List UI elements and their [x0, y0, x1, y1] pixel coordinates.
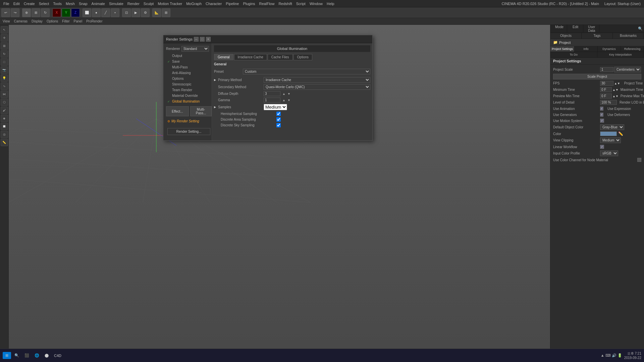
subtab-info[interactable]: Info: [575, 46, 598, 52]
color-swatch[interactable]: [600, 131, 617, 136]
scale-input[interactable]: [600, 67, 613, 72]
taskbar-chrome[interactable]: ⬤: [43, 353, 51, 358]
gamma-up-arrow[interactable]: ▲: [282, 99, 285, 102]
tb-scale[interactable]: ⊞: [32, 8, 40, 17]
tab-user-data[interactable]: User Data: [584, 24, 599, 33]
viewport[interactable]: Perspective: [9, 25, 550, 362]
default-obj-select[interactable]: Gray-Blue White Custom: [600, 124, 624, 130]
tb-y-axis[interactable]: Y: [62, 8, 70, 17]
scale-project-btn[interactable]: Scale Project: [553, 74, 641, 79]
sidebar-output[interactable]: Output: [163, 53, 212, 59]
discrete-sky-checkbox[interactable]: [276, 123, 281, 127]
lt-measure[interactable]: 📏: [1, 139, 8, 146]
view-tab-panel[interactable]: Panel: [74, 19, 83, 23]
lt-scale2[interactable]: ⊞: [1, 42, 8, 50]
tb-interactive-render[interactable]: ⚙: [141, 8, 150, 17]
multi-pass-btn[interactable]: Multi-Pass...: [190, 106, 212, 116]
min-time-spinner[interactable]: ▲▼: [612, 88, 619, 92]
lt-paint[interactable]: 🖌: [1, 107, 8, 114]
sidebar-material-override[interactable]: Material Override: [163, 93, 212, 99]
taskbar-c4d[interactable]: C4D: [52, 353, 63, 358]
lt-sculpt2[interactable]: ◎: [1, 131, 8, 138]
linear-workflow-checkbox[interactable]: [600, 145, 604, 149]
lt-nurbs[interactable]: ⋈: [1, 90, 8, 98]
search-btn[interactable]: 🔍: [12, 352, 21, 359]
view-tab-view[interactable]: View: [3, 19, 10, 23]
lt-light[interactable]: 💡: [1, 74, 8, 82]
tab-mode[interactable]: Mode: [552, 24, 567, 33]
min-time-input[interactable]: [600, 87, 612, 92]
tb-obj[interactable]: ⬜: [83, 8, 91, 17]
menu-item-animate[interactable]: Animate: [90, 2, 107, 6]
scale-unit-select[interactable]: Centimeters Meters Inches: [614, 67, 641, 72]
menu-item-window[interactable]: Window: [308, 2, 325, 6]
tab-edit[interactable]: Edit: [568, 24, 583, 33]
subtab-project-settings[interactable]: Project Settings: [550, 46, 575, 52]
menu-item-create[interactable]: Create: [22, 2, 37, 6]
fps-input[interactable]: [600, 81, 613, 86]
samples-select[interactable]: Medium Low High Custom: [264, 104, 287, 110]
tb-rotate[interactable]: ↻: [41, 8, 50, 17]
lt-model[interactable]: ⬡: [1, 99, 8, 106]
lt-rotate2[interactable]: ↻: [1, 50, 8, 58]
menu-item-mesh[interactable]: Mesh: [64, 2, 77, 6]
tb-redo[interactable]: ↪: [11, 8, 19, 17]
menu-item-sculpt[interactable]: Sculpt: [142, 2, 156, 6]
task-view-btn[interactable]: ⬛: [22, 352, 31, 359]
menu-item-realflow[interactable]: RealFlow: [257, 2, 277, 6]
menu-item-pipeline[interactable]: Pipeline: [224, 2, 241, 6]
lod-input[interactable]: [600, 100, 617, 105]
tab-cache-files[interactable]: Cache Files: [268, 54, 293, 60]
sidebar-team-render[interactable]: Team Render: [163, 87, 212, 93]
lt-move2[interactable]: ✛: [1, 34, 8, 42]
tb-point[interactable]: ●: [92, 8, 101, 17]
use-motion-checkbox[interactable]: [600, 119, 604, 123]
subtab-dynamics[interactable]: Dynamics: [598, 46, 621, 52]
preview-min-input[interactable]: [600, 94, 612, 99]
tab-tags[interactable]: Tags: [582, 33, 613, 39]
lt-texture[interactable]: 🔲: [1, 123, 8, 130]
tb-edge[interactable]: ╱: [101, 8, 110, 17]
search-icon[interactable]: 🔍: [638, 26, 643, 31]
menu-item-edit[interactable]: Edit: [11, 2, 22, 6]
lt-spline[interactable]: ∿: [1, 82, 8, 90]
use-animation-checkbox[interactable]: [600, 107, 603, 111]
gamma-down-arrow[interactable]: ▼: [287, 99, 290, 102]
sidebar-options[interactable]: Options: [163, 76, 212, 81]
tb-poly[interactable]: ▪: [111, 8, 119, 17]
menu-item-motion-tracker[interactable]: Motion Tracker: [156, 2, 184, 6]
sidebar-my-render[interactable]: ⚙ My Render Setting: [163, 118, 212, 124]
lt-create-obj[interactable]: □: [1, 58, 8, 66]
menu-item-plugins[interactable]: Plugins: [241, 2, 257, 6]
gamma-input[interactable]: [264, 98, 280, 103]
taskbar-edge[interactable]: 🌐: [33, 353, 41, 358]
tb-snap[interactable]: 📐: [152, 8, 161, 17]
tab-objects[interactable]: Objects: [550, 33, 582, 39]
view-tab-display[interactable]: Display: [32, 19, 43, 23]
lt-material[interactable]: ◈: [1, 115, 8, 122]
diffuse-depth-input[interactable]: [264, 91, 280, 96]
view-tab-filter[interactable]: Filter: [62, 19, 69, 23]
tb-z-axis[interactable]: Z: [71, 8, 80, 17]
preview-min-spinner[interactable]: ▲▼: [612, 95, 619, 98]
menu-item-script[interactable]: Script: [294, 2, 308, 6]
sidebar-stereoscopic[interactable]: Stereoscopic: [163, 81, 212, 87]
tab-bookmarks[interactable]: Bookmarks: [613, 33, 644, 39]
dialog-maximize[interactable]: □: [200, 37, 205, 42]
sidebar-save[interactable]: ✓ Save: [163, 59, 212, 64]
menu-item-simulate[interactable]: Simulate: [107, 2, 125, 6]
menu-item-file[interactable]: File: [1, 2, 11, 6]
view-clipping-select[interactable]: Medium Small Large Custom: [600, 137, 621, 143]
menu-item-redshift[interactable]: Redshift: [276, 2, 294, 6]
dialog-minimize[interactable]: ─: [194, 37, 199, 42]
dialog-close[interactable]: ✕: [206, 37, 211, 42]
primary-method-select[interactable]: Irradiance Cache Quasi-Monte Carlo: [264, 77, 370, 83]
tab-options[interactable]: Options: [293, 54, 312, 60]
render-setting-btn[interactable]: Render Setting...: [167, 128, 210, 135]
menu-item-render[interactable]: Render: [125, 2, 142, 6]
view-tab-cameras[interactable]: Cameras: [14, 19, 28, 23]
secondary-method-select[interactable]: Quasi-Monte Carlo (QMC) Light Mapping: [264, 84, 370, 90]
tb-grid[interactable]: ⊞: [162, 8, 170, 17]
fps-spinner[interactable]: ▲▼: [614, 82, 620, 85]
color-picker-icon[interactable]: ✏️: [618, 131, 623, 136]
